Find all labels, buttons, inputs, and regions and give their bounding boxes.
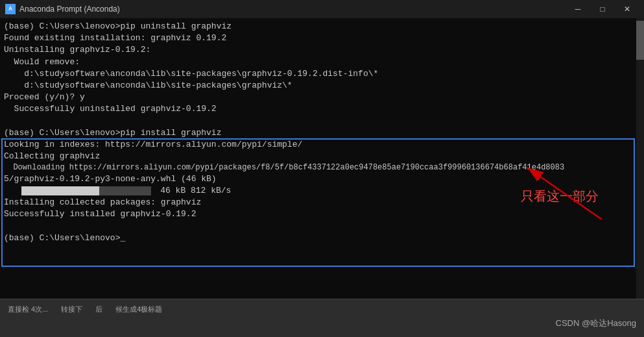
bottom-item-2[interactable]: 转接下 xyxy=(61,305,82,314)
app-icon: A xyxy=(5,4,16,14)
terminal-line: (base) C:\Users\lenovo>pip install graph… xyxy=(4,127,640,139)
bottom-items: 直接检 4次... 转接下 后 候生成4极标题 xyxy=(8,305,636,314)
terminal-line: d:\studysoftware\anconda\lib\site-packag… xyxy=(4,68,640,80)
terminal-line: d:\studysoftware\anconda\lib\site-packag… xyxy=(4,80,640,92)
terminal-line: Successfully uninstalled graphviz-0.19.2 xyxy=(4,103,640,115)
terminal-line: Installing collected packages: graphviz xyxy=(4,197,640,208)
progress-fill xyxy=(21,186,99,195)
window-title: Anaconda Prompt (Anconda) xyxy=(19,5,566,14)
bottom-bar: 直接检 4次... 转接下 后 候生成4极标题 CSDN @哈达Hasong xyxy=(0,299,644,337)
minimize-button[interactable]: ─ xyxy=(566,2,590,16)
terminal-prompt: (base) C:\Users\lenovo>_ xyxy=(4,232,640,244)
terminal-line: Downloading https://mirrors.aliyun.com/p… xyxy=(4,162,640,173)
bottom-item-3[interactable]: 后 xyxy=(95,305,102,314)
terminal-line: 5/graphviz-0.19.2-py3-none-any.whl (46 k… xyxy=(4,173,640,185)
progress-stats: 46 kB 812 kB/s xyxy=(155,185,231,197)
title-bar: A Anaconda Prompt (Anconda) ─ □ ✕ xyxy=(0,0,644,18)
csdn-badge: CSDN @哈达Hasong xyxy=(556,318,636,329)
maximize-button[interactable]: □ xyxy=(591,2,614,16)
scrollbar[interactable] xyxy=(636,18,644,299)
terminal-line: Proceed (y/n)? y xyxy=(4,92,640,103)
terminal-line: Found existing installation: graphviz 0.… xyxy=(4,32,640,44)
terminal-body[interactable]: (base) C:\Users\lenovo>pip uninstall gra… xyxy=(0,18,644,299)
terminal-line: Would remove: xyxy=(4,56,640,68)
terminal-line xyxy=(4,116,640,127)
terminal-line: Looking in indexes: https://mirrors.aliy… xyxy=(4,139,640,151)
terminal-line: (base) C:\Users\lenovo>pip uninstall gra… xyxy=(4,21,640,32)
bottom-item-1[interactable]: 直接检 4次... xyxy=(8,305,48,314)
progress-bar-container: 46 kB 812 kB/s xyxy=(4,185,640,197)
terminal-window: A Anaconda Prompt (Anconda) ─ □ ✕ (base)… xyxy=(0,0,644,299)
progress-prefix xyxy=(4,185,19,197)
bottom-item-4[interactable]: 候生成4极标题 xyxy=(115,305,162,314)
close-button[interactable]: ✕ xyxy=(615,2,639,16)
terminal-line: Uninstalling graphviz-0.19.2: xyxy=(4,44,640,56)
terminal-line xyxy=(4,221,640,232)
terminal-line: Collecting graphviz xyxy=(4,151,640,162)
progress-bar xyxy=(21,186,151,195)
window-controls: ─ □ ✕ xyxy=(566,2,639,16)
terminal-line: Successfully installed graphviz-0.19.2 xyxy=(4,208,640,220)
scrollbar-thumb[interactable] xyxy=(636,21,644,60)
